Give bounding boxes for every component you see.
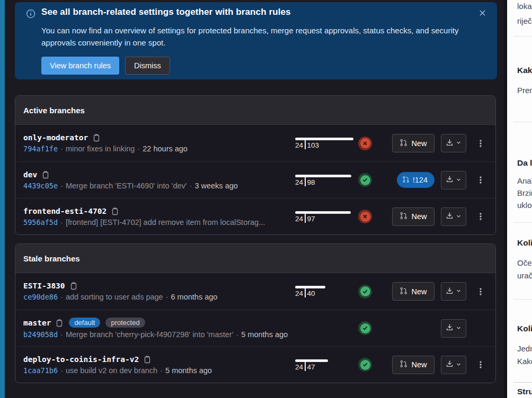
active-branches-panel: Active branches only-moderator 794af1fe … (15, 95, 496, 235)
merge-request-icon (402, 176, 410, 185)
commit-message-link[interactable]: use build v2 on dev branch (66, 366, 157, 375)
divergence-bar (295, 359, 328, 362)
divergence-bar (295, 175, 351, 177)
copy-branch-name-icon[interactable] (41, 170, 50, 179)
doc-text-fragment: loka (517, 2, 532, 11)
commits-ahead: 97 (307, 215, 315, 223)
commit-message-link[interactable]: minor fixes in linking (66, 144, 135, 153)
commits-behind: 24 (295, 215, 303, 223)
commit-message-link[interactable]: add sorting to user ads page (66, 293, 163, 301)
pipeline-passed-icon[interactable] (358, 285, 372, 298)
doc-text-fragment: Prem (517, 86, 532, 95)
merge-request-badge[interactable]: !124 (397, 172, 435, 188)
download-icon (446, 175, 454, 185)
more-actions-button[interactable] (473, 134, 488, 152)
pipeline-passed-icon[interactable] (358, 358, 372, 372)
branch-name-link[interactable]: deploy-to-coinis-infra-v2 (23, 355, 139, 364)
doc-text-fragment: riječ (517, 16, 532, 25)
commit-message-link[interactable]: Merge branch 'cherry-pick-f4907298' into… (66, 330, 234, 339)
stale-branches-panel: Stale branches ESTI-3830 ce90de86 · add … (15, 243, 496, 383)
branch-row-only-moderator: only-moderator 794af1fe · minor fixes in… (15, 125, 495, 161)
banner-title: See all branch-related settings together… (41, 7, 291, 17)
copy-branch-name-icon[interactable] (69, 282, 78, 290)
background-document-window: loka riječ Kakv Prem Da li Anal Brzin uk… (507, 0, 532, 398)
divergence-bar (295, 286, 325, 288)
commit-hash-link[interactable]: ce90de86 (23, 293, 58, 301)
divergence-graph: 2497 (295, 210, 353, 224)
branch-name-link[interactable]: frontend-esti-4702 (23, 207, 107, 215)
more-actions-button[interactable] (473, 282, 488, 301)
protected-badge: protected (105, 318, 145, 328)
new-merge-request-button[interactable]: New (392, 134, 435, 152)
chevron-down-icon (456, 361, 462, 369)
more-actions-button[interactable] (473, 207, 488, 226)
commit-message-link[interactable]: Merge branch 'ESTI-4690' into 'dev' (66, 182, 187, 190)
doc-heading-fragment: Kolik (517, 238, 532, 248)
download-artifacts-button[interactable] (441, 207, 466, 226)
chevron-down-icon (456, 139, 462, 147)
doc-text-fragment: Brzin (517, 188, 532, 197)
divergence-graph: 24103 (295, 136, 353, 150)
doc-heading-fragment: Kolik (517, 324, 532, 333)
commit-time: 22 hours ago (143, 144, 188, 153)
new-merge-request-button[interactable]: New (392, 356, 435, 374)
commits-behind: 24 (295, 178, 303, 187)
commits-behind: 24 (295, 363, 303, 372)
dismiss-button[interactable]: Dismiss (125, 57, 170, 75)
chevron-down-icon (456, 213, 462, 221)
more-actions-button[interactable] (473, 171, 488, 189)
chevron-down-icon (456, 287, 462, 295)
copy-branch-name-icon[interactable] (143, 355, 152, 364)
doc-text-fragment: uklo (517, 201, 532, 210)
commit-time: 6 months ago (171, 293, 218, 301)
download-artifacts-button[interactable] (441, 319, 466, 338)
download-icon (446, 360, 454, 369)
divergence-bar (295, 138, 353, 140)
download-artifacts-button[interactable] (441, 134, 466, 152)
commit-hash-link[interactable]: 1caa71b6 (23, 366, 58, 375)
doc-divider (513, 36, 532, 37)
branch-name-link[interactable]: master (23, 319, 51, 327)
download-artifacts-button[interactable] (441, 282, 466, 301)
commit-time: 5 months ago (241, 330, 288, 339)
commit-hash-link[interactable]: 5956af5d (23, 218, 58, 227)
pipeline-failed-icon[interactable] (358, 137, 372, 150)
new-merge-request-button[interactable]: New (392, 207, 435, 226)
merge-request-icon (400, 212, 407, 221)
commit-hash-link[interactable]: 4439c05e (23, 182, 58, 190)
commit-time: 5 months ago (165, 366, 212, 375)
download-icon (446, 212, 454, 221)
copy-branch-name-icon[interactable] (55, 319, 64, 327)
pipeline-failed-icon[interactable] (358, 210, 372, 223)
commit-message-link[interactable]: [frontend] [ESTI-4702] add remove item f… (66, 218, 265, 227)
commit-hash-link[interactable]: 794af1fe (23, 144, 58, 153)
doc-text-fragment: urač (517, 271, 532, 280)
pipeline-passed-icon[interactable] (358, 173, 372, 187)
branch-row-deploy-to-coinis-infra-v2: deploy-to-coinis-infra-v2 1caa71b6 · use… (15, 346, 495, 383)
copy-branch-name-icon[interactable] (92, 133, 101, 142)
banner-actions: View branch rules Dismiss (41, 57, 170, 75)
branch-name-link[interactable]: dev (23, 170, 37, 179)
default-badge: default (69, 318, 100, 328)
commits-behind: 24 (295, 141, 303, 150)
commit-hash-link[interactable]: b249058d (23, 330, 58, 339)
commits-ahead: 103 (307, 141, 320, 150)
banner-body: You can now find an overview of settings… (41, 24, 476, 49)
branch-name-link[interactable]: only-moderator (23, 133, 88, 142)
commits-ahead: 40 (307, 290, 315, 298)
branch-row-frontend-esti-4702: frontend-esti-4702 5956af5d · [frontend]… (15, 198, 495, 234)
download-artifacts-button[interactable] (441, 356, 466, 374)
pipeline-passed-icon[interactable] (358, 321, 372, 335)
merge-request-icon (400, 360, 407, 369)
branch-name-link[interactable]: ESTI-3830 (23, 282, 65, 290)
branch-row-dev: dev 4439c05e · Merge branch 'ESTI-4690' … (15, 161, 495, 198)
more-actions-button[interactable] (473, 356, 488, 374)
commit-time: 3 weeks ago (194, 182, 237, 190)
new-merge-request-button[interactable]: New (392, 282, 435, 301)
chevron-down-icon (456, 176, 462, 184)
view-branch-rules-button[interactable]: View branch rules (41, 57, 119, 75)
close-icon[interactable] (476, 6, 489, 19)
copy-branch-name-icon[interactable] (111, 207, 119, 215)
download-icon (446, 287, 454, 296)
download-artifacts-button[interactable] (441, 171, 466, 189)
